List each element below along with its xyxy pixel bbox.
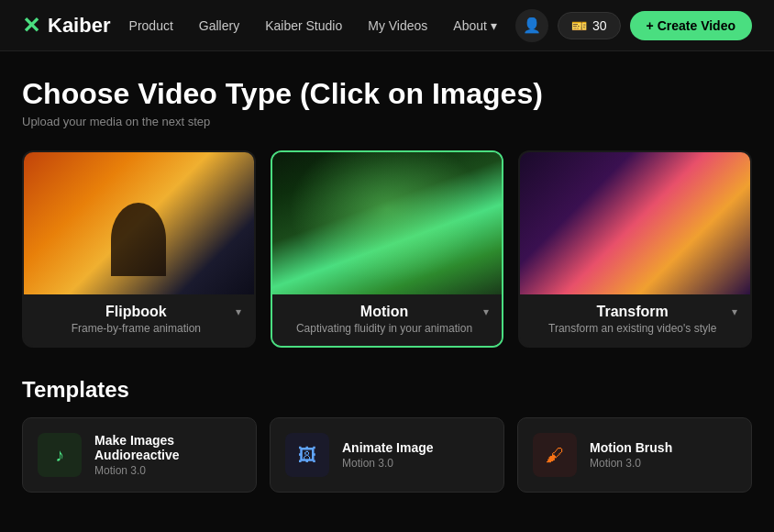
motion-desc: Captivating fluidity in your animation	[285, 322, 484, 335]
motion-text: Motion Captivating fluidity in your anim…	[285, 304, 484, 335]
music-icon: ♪	[38, 433, 82, 477]
nav-product[interactable]: Product	[129, 18, 173, 33]
chevron-down-icon: ▾	[491, 18, 497, 33]
motion-name: Motion	[285, 304, 484, 320]
nav-right: 👤 🎫 30 + Create Video	[515, 9, 752, 42]
logo[interactable]: ✕ Kaiber	[22, 13, 110, 39]
nav-studio[interactable]: Kaiber Studio	[265, 18, 342, 33]
template-motion-brush[interactable]: 🖌 Motion Brush Motion 3.0	[517, 417, 752, 493]
flipbook-info: Flipbook Frame-by-frame animation ▾	[24, 294, 254, 346]
motion-image	[272, 152, 503, 294]
motion-chevron-icon: ▾	[483, 305, 489, 318]
flipbook-desc: Frame-by-frame animation	[37, 322, 236, 335]
credits-count: 30	[592, 18, 607, 33]
animate-image-name: Animate Image	[342, 440, 489, 455]
motion-brush-name: Motion Brush	[590, 440, 736, 455]
nav-about[interactable]: About ▾	[453, 18, 497, 33]
profile-button[interactable]: 👤	[515, 9, 548, 42]
templates-grid: ♪ Make Images Audioreactive Motion 3.0 🖼…	[22, 417, 752, 493]
transform-desc: Transform an existing video's style	[533, 322, 732, 335]
video-type-cards: Flipbook Frame-by-frame animation ▾ Moti…	[22, 150, 752, 348]
flipbook-name: Flipbook	[37, 304, 236, 320]
motion-info: Motion Captivating fluidity in your anim…	[272, 294, 503, 346]
motion-brush-info: Motion Brush Motion 3.0	[590, 440, 736, 470]
transform-info: Transform Transform an existing video's …	[520, 294, 750, 346]
flipbook-text: Flipbook Frame-by-frame animation	[37, 304, 236, 335]
template-animate-image[interactable]: 🖼 Animate Image Motion 3.0	[270, 417, 504, 493]
user-icon: 👤	[523, 17, 541, 34]
audioreactive-sub: Motion 3.0	[94, 464, 241, 477]
templates-section: Templates ♪ Make Images Audioreactive Mo…	[22, 377, 752, 493]
navbar: ✕ Kaiber Product Gallery Kaiber Studio M…	[0, 0, 774, 51]
transform-text: Transform Transform an existing video's …	[533, 304, 732, 335]
animate-image-sub: Motion 3.0	[342, 457, 489, 470]
logo-icon: ✕	[22, 13, 40, 39]
page-subtitle: Upload your media on the next step	[22, 115, 752, 128]
template-audioreactive[interactable]: ♪ Make Images Audioreactive Motion 3.0	[22, 417, 257, 493]
page-title: Choose Video Type (Click on Images)	[22, 77, 752, 111]
credits-icon: 🎫	[571, 18, 587, 33]
motion-brush-sub: Motion 3.0	[590, 457, 736, 470]
transform-image	[520, 152, 750, 294]
audioreactive-name: Make Images Audioreactive	[94, 433, 241, 462]
video-card-motion[interactable]: Motion Captivating fluidity in your anim…	[271, 150, 504, 348]
logo-text: Kaiber	[48, 14, 110, 38]
animate-image-info: Animate Image Motion 3.0	[342, 440, 489, 470]
transform-thumbnail	[520, 152, 750, 294]
flipbook-thumbnail	[24, 152, 254, 294]
flipbook-chevron-icon: ▾	[236, 305, 241, 318]
flipbook-image	[24, 152, 254, 294]
main-content: Choose Video Type (Click on Images) Uplo…	[0, 51, 774, 511]
templates-title: Templates	[22, 377, 752, 403]
image-icon: 🖼	[285, 433, 329, 477]
video-card-flipbook[interactable]: Flipbook Frame-by-frame animation ▾	[22, 150, 256, 348]
motion-thumbnail	[272, 152, 503, 294]
nav-links: Product Gallery Kaiber Studio My Videos …	[129, 18, 497, 33]
transform-chevron-icon: ▾	[732, 305, 737, 318]
nav-gallery[interactable]: Gallery	[199, 18, 239, 33]
nav-videos[interactable]: My Videos	[368, 18, 427, 33]
brush-icon: 🖌	[533, 433, 577, 477]
create-video-button[interactable]: + Create Video	[630, 11, 752, 40]
credits-button[interactable]: 🎫 30	[558, 12, 621, 39]
transform-name: Transform	[533, 304, 732, 320]
video-card-transform[interactable]: Transform Transform an existing video's …	[518, 150, 752, 348]
audioreactive-info: Make Images Audioreactive Motion 3.0	[94, 433, 241, 477]
